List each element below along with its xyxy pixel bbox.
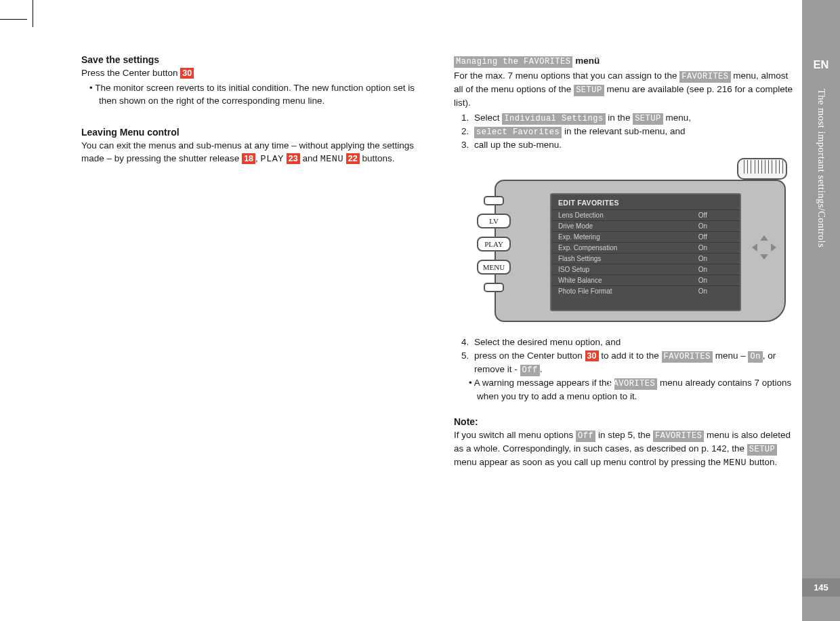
step2-b: in the relevant sub-menu, and	[562, 126, 685, 136]
select-favorites-badge: select Favorites	[474, 127, 562, 138]
menu-label-2: MENU	[723, 458, 747, 468]
off-badge: Off	[520, 365, 540, 376]
leave-text-b: and	[300, 153, 320, 163]
save-settings-line: Press the Center button 30	[81, 66, 427, 80]
ref-22: 22	[346, 153, 360, 164]
lcd-row-label: Lens Detection	[558, 212, 604, 219]
lcd-row-label: White Balance	[558, 277, 602, 284]
step-1: Select Individual Settings in the SETUP …	[471, 111, 799, 125]
note-a: If you switch all menu options	[454, 430, 576, 440]
lcd-row: Lens DetectionOff	[551, 209, 740, 220]
favorites-badge: FAVORITES	[679, 71, 730, 83]
step-2: select Favorites in the relevant sub-men…	[471, 125, 799, 138]
managing-tail: menü	[572, 56, 600, 66]
camera-play-button: PLAY	[477, 237, 511, 252]
language-indicator: EN	[814, 58, 829, 71]
off-badge-2: Off	[576, 430, 595, 442]
step-5: press on the Center button 30 to add it …	[471, 349, 799, 376]
favorites-badge-4: FAVORITES	[653, 430, 704, 442]
lcd-row-label: ISO Setup	[558, 266, 589, 273]
lcd-row: Flash SettingsOn	[551, 253, 740, 264]
setup-badge: SETUP	[574, 85, 604, 96]
ref-30-b: 30	[585, 350, 599, 361]
lcd-row-value: On	[698, 287, 707, 295]
lcd-row: ISO SetupOn	[551, 264, 740, 275]
ref-23: 23	[287, 153, 300, 164]
camera-body: LV PLAY MENU EDIT FAVORITES Lens Detecti…	[495, 180, 786, 322]
step5-c: menu –	[713, 350, 749, 361]
camera-lv-button: LV	[477, 214, 511, 228]
save-intro-text: Press the Center button	[81, 68, 180, 78]
step-4: Select the desired menu option, and	[471, 336, 799, 349]
step1-b: in the	[606, 113, 633, 123]
dpad-down-icon	[760, 254, 768, 260]
lcd-row: Exp. CompensationOn	[551, 242, 740, 253]
lcd-row-label: Drive Mode	[558, 222, 593, 230]
lcd-row-label: Exp. Metering	[558, 233, 600, 241]
lcd-row: Drive ModeOn	[551, 220, 740, 231]
camera-illustration: LV PLAY MENU EDIT FAVORITES Lens Detecti…	[467, 166, 786, 322]
lcd-row-value: On	[698, 244, 707, 252]
note-d: menu appear as soon as you call up menu …	[454, 457, 723, 467]
save-settings-bullet: The monitor screen reverts to its initia…	[81, 81, 427, 108]
lcd-row-value: Off	[698, 212, 707, 219]
step1-c: menu,	[663, 113, 691, 123]
leaving-body: You can exit the menus and sub-menus at …	[81, 139, 427, 166]
step-3: call up the sub-menu.	[471, 138, 799, 152]
crop-mark-horizontal	[0, 19, 27, 20]
setup-badge-3: SETUP	[747, 444, 778, 456]
page-number: 145	[802, 578, 840, 597]
managing-intro: For the max. 7 menu options that you can…	[454, 69, 799, 110]
lcd-row-label: Exp. Compensation	[558, 244, 617, 252]
favorites-badge-2: FAVORITES	[662, 351, 713, 363]
lcd-row-label: Photo File Format	[558, 287, 612, 295]
ref-18: 18	[242, 153, 255, 164]
favorites-badge-3: FAVORITES	[614, 378, 657, 390]
lcd-row-label: Flash Settings	[558, 255, 601, 262]
camera-bottom-pill-button	[484, 283, 504, 292]
camera-lcd-screen: EDIT FAVORITES Lens DetectionOff Drive M…	[550, 193, 741, 311]
step5-e: .	[540, 364, 543, 374]
dpad-left-icon	[752, 243, 757, 252]
lcd-row-value: Off	[698, 233, 707, 241]
on-badge: On	[748, 351, 762, 363]
intro-a: For the max. 7 menu options that you can…	[454, 71, 679, 81]
page-sidebar: EN The most important settings/Controls …	[802, 0, 840, 621]
lcd-row: Photo File FormatOn	[551, 285, 740, 296]
camera-top-pill-button	[484, 196, 504, 205]
individual-settings-badge: Individual Settings	[502, 113, 605, 125]
lcd-row-value: On	[698, 277, 707, 284]
note-e: button.	[747, 457, 777, 467]
step-5-sub-bullet: A warning message appears if the FAVORIT…	[454, 376, 799, 403]
managing-favorites-badge: Managing the FAVORITES	[454, 56, 572, 68]
step5-a: press on the Center button	[474, 350, 585, 361]
note-body: If you switch all menu options Off in st…	[454, 428, 799, 470]
crop-mark-vertical	[33, 0, 33, 27]
camera-side-buttons: LV PLAY MENU	[476, 196, 512, 292]
lcd-title: EDIT FAVORITES	[551, 195, 740, 209]
leave-sep: ,	[255, 153, 261, 163]
right-column: Managing the FAVORITES menü For the max.…	[454, 54, 799, 471]
step5-b: to add it to the	[599, 350, 662, 361]
setup-badge-2: SETUP	[633, 113, 663, 125]
dial-ridges	[744, 160, 783, 174]
leaving-heading: Leaving Menu control	[81, 127, 427, 138]
leave-text-c: buttons.	[360, 153, 395, 163]
save-settings-heading: Save the settings	[81, 54, 427, 65]
ref-30: 30	[180, 68, 194, 79]
section-label: The most important settings/Controls	[816, 89, 827, 578]
managing-heading: Managing the FAVORITES menü	[454, 54, 799, 68]
dpad-right-icon	[771, 243, 776, 252]
left-column: Save the settings Press the Center butto…	[81, 54, 427, 471]
dpad-up-icon	[760, 235, 768, 241]
lcd-row-value: On	[698, 255, 707, 262]
lcd-row: White BalanceOn	[551, 275, 740, 285]
play-label: PLAY	[261, 154, 284, 164]
note-heading: Note:	[454, 416, 799, 427]
lcd-row-value: On	[698, 222, 707, 230]
camera-menu-button: MENU	[477, 260, 511, 275]
note-b: in step 5, the	[595, 430, 653, 440]
menu-label: MENU	[320, 154, 343, 164]
lcd-row-value: On	[698, 266, 707, 273]
step1-a: Select	[474, 113, 502, 123]
